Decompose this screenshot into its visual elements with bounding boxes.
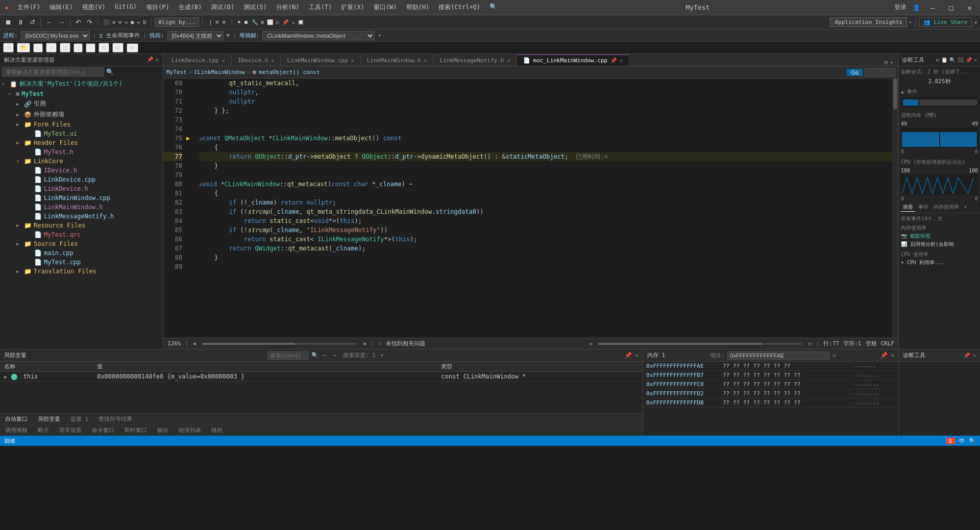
diag-copy-icon[interactable]: 📋 <box>941 57 947 63</box>
tab-auto-window[interactable]: 自动窗口 <box>0 414 33 424</box>
go-button[interactable]: Go <box>847 69 863 76</box>
tab-list-icon[interactable]: ▾ <box>890 59 893 66</box>
menu-analyze[interactable]: 分析(N) <box>272 2 304 13</box>
menu-file[interactable]: 文件(F) <box>13 2 45 13</box>
code-editor-body[interactable]: qt_static_metacall, nullptr, nullptr } }… <box>195 79 892 338</box>
process-selector[interactable]: [0x5D3C] MyTest.exe <box>21 31 90 40</box>
bottom-tab-breakpoints[interactable]: 断点 <box>33 425 54 435</box>
menu-tools[interactable]: 工具(T) <box>305 2 336 13</box>
tree-item-formfiles[interactable]: ▶ 📁 Form Files <box>0 120 163 129</box>
stack-selector[interactable]: CLinkMainWindow::metaObject <box>262 31 375 40</box>
tab-find-symbol[interactable]: 查找符号结果 <box>93 414 137 424</box>
horizontal-scrollbar[interactable] <box>598 343 802 345</box>
tab-moc-linkmainwindow-cpp[interactable]: 📄 moc_LinkMainWindow.cpp 📌 ✕ <box>517 55 630 66</box>
diag-pin-icon[interactable]: 📌 <box>966 57 972 63</box>
tab-watch-1[interactable]: 监视 1 <box>65 414 93 424</box>
locals-close-icon[interactable]: ✕ <box>635 352 639 359</box>
tree-item-resourcefiles[interactable]: ▶ 📁 Resource Files <box>0 221 163 230</box>
diag-settings-icon[interactable]: ⚙ <box>936 57 939 63</box>
login-button[interactable]: 登录 <box>894 3 906 12</box>
scrollbar-thumb[interactable] <box>893 79 897 109</box>
tree-item-idevice-h[interactable]: 📄 IDevice.h <box>0 166 163 175</box>
tab-idevice-h[interactable]: IDevice.h ✕ <box>232 55 281 66</box>
menu-extensions[interactable]: 扩展(X) <box>337 2 369 13</box>
tab-linkmainwindow-h[interactable]: LinkMainWindow.h ✕ <box>361 55 434 66</box>
maximize-button[interactable]: □ <box>945 4 957 12</box>
action-folder[interactable]: 📁 <box>17 43 30 53</box>
action-preview[interactable]: 👁 <box>127 43 138 53</box>
tab-linkdevice-cpp[interactable]: LinkDevice.cpp ✕ <box>165 55 232 66</box>
table-row-this[interactable]: ▶ ⬤ this 0x0000000000148fe0 {m_value=0x0… <box>0 372 643 382</box>
tab-close-linkmainwindow-h[interactable]: ✕ <box>424 58 427 63</box>
tree-item-refs[interactable]: ▶ 🔗 引用 <box>0 98 163 109</box>
action-props[interactable]: ≡ <box>74 43 83 53</box>
minimize-button[interactable]: — <box>926 4 939 12</box>
menu-view[interactable]: 视图(V) <box>78 2 110 13</box>
tab-close-linkmainwindow-cpp[interactable]: ✕ <box>351 58 354 63</box>
heap-analysis-button[interactable]: 📊 启用堆分析(会影响 <box>901 241 978 248</box>
application-insights-button[interactable]: Application Insights <box>830 17 906 27</box>
tab-linkmainwindow-cpp[interactable]: LinkMainWindow.cpp ✕ <box>281 55 360 66</box>
menu-window[interactable]: 窗口(W) <box>370 2 401 13</box>
tree-item-main-cpp[interactable]: 📄 main.cpp <box>0 248 163 258</box>
bottom-tab-output[interactable]: 输出 <box>152 425 174 435</box>
bottom-tab-errorlist[interactable]: 错误列表 <box>174 425 206 435</box>
memory-address-input[interactable] <box>727 351 829 360</box>
menu-edit[interactable]: 编辑(E) <box>45 2 77 13</box>
tree-item-mytest-qrc[interactable]: 📄 MyTest.qrc <box>0 230 163 239</box>
close-button[interactable]: ✕ <box>964 4 976 12</box>
diag-tab-memory[interactable]: 内存使用率 <box>932 203 961 212</box>
tab-close-linkmsgnotify-h[interactable]: ✕ <box>507 58 510 63</box>
tree-item-linkdevice-h[interactable]: 📄 LinkDevice.h <box>0 184 163 193</box>
breadcrumb-method[interactable]: metaObject() const <box>259 69 320 75</box>
action-new[interactable]: ⊕ <box>3 43 14 53</box>
bottom-tab-threads[interactable]: 线程 <box>206 425 228 435</box>
diag-filter-icon[interactable]: ⬛ <box>958 57 964 63</box>
go-input[interactable] <box>865 68 895 77</box>
menu-test[interactable]: 测试(S) <box>239 2 271 13</box>
menu-project[interactable]: 项目(P) <box>142 2 174 13</box>
locals-pin-icon[interactable]: 📌 <box>625 352 632 359</box>
h-scroll-thumb[interactable] <box>598 343 762 345</box>
memory-pin-icon[interactable]: 📌 <box>880 352 888 359</box>
align-button[interactable]: Align by... <box>155 17 199 27</box>
diag-tab-more[interactable]: ▸ <box>962 203 969 212</box>
diag-bottom-close[interactable]: ✕ <box>973 352 976 358</box>
locals-nav-fwd[interactable]: → <box>331 352 338 359</box>
nav-back-btn[interactable]: ← <box>44 17 55 27</box>
diag-tab-summary[interactable]: 摘要 <box>901 203 915 212</box>
tab-linkmsgnotify-h[interactable]: LinkMessageNotify.h ✕ <box>434 55 517 66</box>
nav-forward-btn[interactable]: → <box>56 17 67 27</box>
action-settings[interactable]: ⚙ <box>112 43 124 53</box>
tree-item-headerfiles[interactable]: ▶ 📁 Header Files <box>0 138 163 147</box>
menu-build[interactable]: 生成(B) <box>175 2 206 13</box>
bottom-tab-command[interactable]: 命令窗口 <box>87 425 119 435</box>
diag-tab-events[interactable]: 事件 <box>916 203 930 212</box>
tree-item-sourcefiles[interactable]: ▶ 📁 Source Files <box>0 239 163 248</box>
breadcrumb-class[interactable]: CLinkMainWindow <box>194 69 244 75</box>
bottom-tab-callstack[interactable]: 调用堆栈 <box>0 425 33 435</box>
menu-debug[interactable]: 调试(D) <box>207 2 238 13</box>
tree-item-mytest-cpp[interactable]: 📄 MyTest.cpp <box>0 258 163 267</box>
debug-stop-btn[interactable]: ⏹ <box>3 17 14 27</box>
diag-close-icon[interactable]: ✕ <box>974 57 977 63</box>
solution-search-input[interactable] <box>2 67 104 77</box>
tree-item-mytest-ui[interactable]: 📄 MyTest.ui <box>0 129 163 138</box>
menu-git[interactable]: Git(G) <box>111 2 141 13</box>
screenshot-button[interactable]: 📷 截取快照 <box>901 233 978 240</box>
bottom-tab-immediate[interactable]: 即时窗口 <box>119 425 152 435</box>
tree-item-linkmainwindow-cpp[interactable]: 📄 LinkMainWindow.cpp <box>0 193 163 203</box>
tree-item-extdeps[interactable]: ▶ 📦 外部依赖项 <box>0 109 163 120</box>
close-sidebar-icon[interactable]: ✕ <box>155 57 159 63</box>
action-refresh[interactable]: ↺ <box>46 43 57 53</box>
live-share-button[interactable]: 👥 Live Share <box>919 17 972 27</box>
action-git[interactable]: ⑂ <box>86 43 95 53</box>
undo-btn[interactable]: ↶ <box>74 17 83 27</box>
tree-item-project[interactable]: ▾ ⚙ MyTest <box>0 89 163 98</box>
memory-refresh-icon[interactable]: ↺ <box>832 352 836 359</box>
cpu-detail-button[interactable]: ▾ CPU 利用率... <box>901 259 978 266</box>
locals-nav-back[interactable]: ← <box>322 352 328 359</box>
tree-item-solution[interactable]: ▾ 📋 解决方案'MyTest'(1个项目/共1个) <box>0 79 163 89</box>
editor-vertical-scrollbar[interactable] <box>892 79 898 338</box>
breadcrumb-project[interactable]: MyTest <box>166 69 187 75</box>
